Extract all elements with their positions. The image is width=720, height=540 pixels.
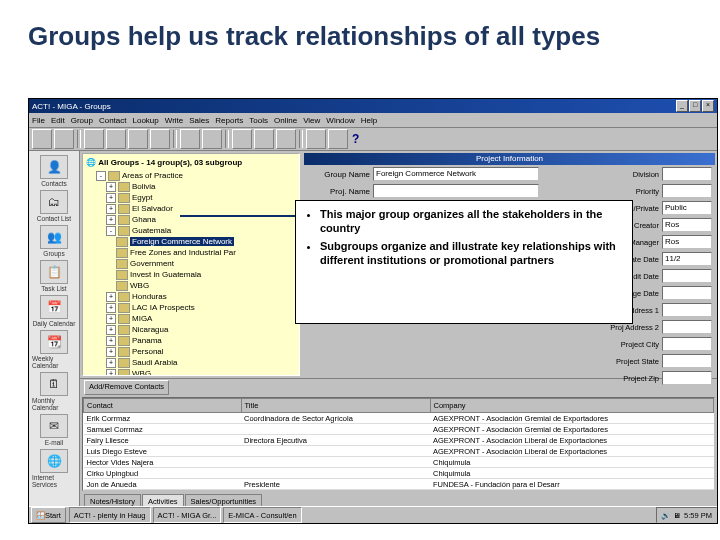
col-title[interactable]: Title [241, 399, 430, 413]
menu-tools[interactable]: Tools [249, 116, 268, 125]
toolbar: ? [29, 128, 717, 151]
system-tray[interactable]: 🔊 🖥 5:59 PM [656, 507, 717, 523]
menu-lookup[interactable]: Lookup [133, 116, 159, 125]
menu-reports[interactable]: Reports [215, 116, 243, 125]
internet-icon: 🌐 [40, 449, 68, 473]
menu-file[interactable]: File [32, 116, 45, 125]
slide-title: Groups help us track relationships of al… [28, 22, 600, 50]
vb-daily-calendar[interactable]: 📅Daily Calendar [32, 295, 76, 327]
table-row[interactable]: Hector Vides NajeraChiquimula [84, 457, 714, 468]
callout-connector [180, 215, 300, 217]
tool-open[interactable] [32, 129, 52, 149]
proj-name-input[interactable] [373, 184, 539, 198]
tool-9[interactable] [232, 129, 252, 149]
col-company[interactable]: Company [430, 399, 714, 413]
tool-5[interactable] [128, 129, 148, 149]
groups-tree[interactable]: -Areas of Practice +Bolivia +Egypt +El S… [86, 170, 296, 376]
proj-name-label: Proj. Name [304, 187, 373, 196]
vb-contact-list[interactable]: 🗂Contact List [32, 190, 76, 222]
edit-date-input[interactable] [662, 269, 712, 283]
help-icon[interactable]: ? [352, 132, 359, 146]
record-creator-input[interactable]: Ros [662, 218, 712, 232]
vb-monthly-calendar[interactable]: 🗓Monthly Calendar [32, 372, 76, 411]
start-button[interactable]: 🪟 Start [31, 507, 66, 523]
weekly-cal-icon: 📆 [40, 330, 68, 354]
proj-city-input[interactable] [662, 337, 712, 351]
tool-12[interactable] [306, 129, 326, 149]
priority-input[interactable] [662, 184, 712, 198]
menu-group[interactable]: Group [71, 116, 93, 125]
menubar[interactable]: File Edit Group Contact Lookup Write Sal… [29, 113, 717, 128]
proj-addr2-input[interactable] [662, 320, 712, 334]
minimize-button[interactable]: _ [676, 100, 688, 112]
vb-email[interactable]: ✉E-mail [32, 414, 76, 446]
task-list-icon: 📋 [40, 260, 68, 284]
email-icon: ✉ [40, 414, 68, 438]
form-header: Project Information [304, 153, 715, 165]
window-title: ACT! - MIGA - Groups [32, 102, 111, 111]
view-bar: 👤Contacts 🗂Contact List 👥Groups 📋Task Li… [29, 151, 80, 509]
vb-groups[interactable]: 👥Groups [32, 225, 76, 257]
menu-view[interactable]: View [303, 116, 320, 125]
table-row[interactable]: Rica UpAgricultural Specialist [84, 490, 714, 492]
taskbar: 🪟 Start ACT! - plenty in Haug ACT! - MIG… [29, 506, 717, 523]
table-row[interactable]: Jon de AnuedaPresidenteFUNDESA - Fundaci… [84, 479, 714, 490]
vb-weekly-calendar[interactable]: 📆Weekly Calendar [32, 330, 76, 369]
tool-11[interactable] [276, 129, 296, 149]
groups-icon: 👥 [40, 225, 68, 249]
daily-cal-icon: 📅 [40, 295, 68, 319]
record-manager-input[interactable]: Ros [662, 235, 712, 249]
table-row[interactable]: Cirko UpingbudChiquimula [84, 468, 714, 479]
create-date-input[interactable]: 11/2 [662, 252, 712, 266]
proj-zip-input[interactable] [662, 371, 712, 385]
tool-6[interactable] [150, 129, 170, 149]
tool-3[interactable] [84, 129, 104, 149]
vb-contacts[interactable]: 👤Contacts [32, 155, 76, 187]
maximize-button[interactable]: □ [689, 100, 701, 112]
tool-13[interactable] [328, 129, 348, 149]
table-row[interactable]: Samuel CorrmazAGEXPRONT - Asociación Gre… [84, 424, 714, 435]
menu-help[interactable]: Help [361, 116, 377, 125]
group-name-label: Group Name [304, 170, 373, 179]
public-private-input[interactable]: Public [662, 201, 712, 215]
table-row[interactable]: Erik CorrmazCoordinadora de Sector Agríc… [84, 413, 714, 424]
tree-header: 🌐 All Groups - 14 group(s), 03 subgroup [86, 157, 296, 168]
group-name-input[interactable]: Foreign Commerce Network [373, 167, 539, 181]
tool-save[interactable] [54, 129, 74, 149]
monthly-cal-icon: 🗓 [40, 372, 68, 396]
tool-7[interactable] [180, 129, 200, 149]
merge-date-input[interactable] [662, 286, 712, 300]
contacts-icon: 👤 [40, 155, 68, 179]
titlebar: ACT! - MIGA - Groups _ □ × [29, 99, 717, 113]
division-input[interactable] [662, 167, 712, 181]
clock: 5:59 PM [684, 511, 712, 520]
groups-tree-pane: 🌐 All Groups - 14 group(s), 03 subgroup … [82, 153, 300, 376]
tool-8[interactable] [202, 129, 222, 149]
menu-contact[interactable]: Contact [99, 116, 127, 125]
vb-internet[interactable]: 🌐Internet Services [32, 449, 76, 488]
table-row[interactable]: Fairy LliesceDirectora EjecutivaAGEXPRON… [84, 435, 714, 446]
proj-state-input[interactable] [662, 354, 712, 368]
tool-10[interactable] [254, 129, 274, 149]
vb-task-list[interactable]: 📋Task List [32, 260, 76, 292]
col-contact[interactable]: Contact [84, 399, 242, 413]
contacts-grid[interactable]: Contact Title Company Erik CorrmazCoordi… [82, 397, 715, 491]
menu-online[interactable]: Online [274, 116, 297, 125]
table-row[interactable]: Luis Diego EsteveAGEXPRONT - Asociación … [84, 446, 714, 457]
proj-addr1-input[interactable] [662, 303, 712, 317]
menu-window[interactable]: Window [326, 116, 354, 125]
lower-pane: Add/Remove Contacts Contact Title Compan… [80, 379, 717, 509]
menu-sales[interactable]: Sales [189, 116, 209, 125]
add-remove-contacts-button[interactable]: Add/Remove Contacts [84, 380, 169, 395]
task-3[interactable]: E-MICA - Consult/en [223, 507, 301, 523]
close-button[interactable]: × [702, 100, 714, 112]
tray-icon: 🔊 [661, 511, 670, 520]
task-2[interactable]: ACT! - MIGA Gr... [153, 507, 222, 523]
annotation-callout: This major group organizes all the stake… [295, 200, 633, 324]
tree-selected[interactable]: Foreign Commerce Network [116, 236, 296, 247]
menu-edit[interactable]: Edit [51, 116, 65, 125]
tool-4[interactable] [106, 129, 126, 149]
tray-icon: 🖥 [673, 511, 681, 520]
task-1[interactable]: ACT! - plenty in Haug [69, 507, 151, 523]
menu-write[interactable]: Write [165, 116, 184, 125]
